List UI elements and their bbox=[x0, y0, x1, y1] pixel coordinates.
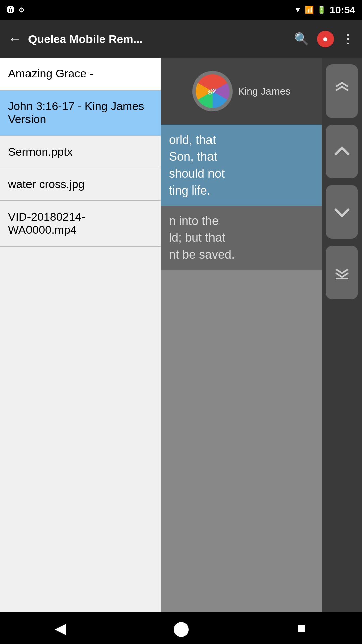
bible-verse-inactive[interactable]: n into the ld; but that nt be saved. bbox=[161, 206, 322, 270]
wifi-icon: ▼ bbox=[294, 6, 301, 14]
double-down-icon bbox=[333, 263, 351, 282]
preview-area: ✏ King James orld, that Son, that should… bbox=[161, 58, 322, 612]
nav-home-button[interactable]: ⬤ bbox=[168, 614, 194, 641]
schedule-item-3[interactable]: water cross.jpg bbox=[0, 168, 161, 201]
status-bar-right: ▼ 📶 🔋 10:54 bbox=[294, 4, 355, 16]
double-up-icon bbox=[333, 82, 351, 101]
schedule-item-2[interactable]: Sermon.pptx bbox=[0, 136, 161, 168]
status-bar-left: 🅐 ⚙ bbox=[7, 5, 25, 15]
move-bottom-button[interactable] bbox=[326, 246, 358, 299]
bible-rest-area bbox=[161, 270, 322, 612]
move-top-button[interactable] bbox=[326, 64, 358, 118]
logo-background: ✏ bbox=[192, 71, 233, 111]
schedule-item-4[interactable]: VID-20180214-WA0000.mp4 bbox=[0, 201, 161, 247]
record-button[interactable]: ● bbox=[317, 31, 334, 47]
toolbar-icons: 🔍 ● ⋮ bbox=[294, 31, 354, 47]
signal-icon: 📶 bbox=[305, 6, 314, 14]
bible-text-area: orld, that Son, that should not ting lif… bbox=[161, 125, 322, 612]
app-toolbar: ← Quelea Mobile Rem... 🔍 ● ⋮ bbox=[0, 20, 362, 58]
bible-verse-active-text: orld, that Son, that should not ting lif… bbox=[169, 131, 314, 199]
preview-header: ✏ King James bbox=[161, 58, 322, 125]
bible-verse-inactive-text: n into the ld; but that nt be saved. bbox=[169, 213, 314, 263]
move-down-button[interactable] bbox=[326, 185, 358, 239]
nav-back-button[interactable]: ◀ bbox=[47, 614, 74, 641]
record-icon: ● bbox=[323, 34, 328, 44]
move-up-button[interactable] bbox=[326, 125, 358, 178]
app-logo: ✏ bbox=[196, 74, 229, 108]
status-bar: 🅐 ⚙ ▼ 📶 🔋 10:54 bbox=[0, 0, 362, 20]
battery-icon: 🔋 bbox=[317, 6, 326, 14]
up-arrow-icon bbox=[333, 142, 351, 161]
back-button[interactable]: ← bbox=[8, 32, 21, 47]
preview-label: King James bbox=[238, 86, 291, 97]
down-arrow-icon bbox=[333, 203, 351, 221]
control-buttons bbox=[322, 58, 362, 612]
pencil-icon: ✏ bbox=[204, 83, 220, 100]
main-content: Amazing Grace - John 3:16-17 - King Jame… bbox=[0, 58, 362, 612]
status-time: 10:54 bbox=[329, 4, 355, 16]
app-title: Quelea Mobile Rem... bbox=[28, 33, 287, 46]
bible-verse-active[interactable]: orld, that Son, that should not ting lif… bbox=[161, 125, 322, 206]
schedule-list: Amazing Grace - John 3:16-17 - King Jame… bbox=[0, 58, 161, 612]
nav-recents-button[interactable]: ■ bbox=[288, 614, 315, 641]
nav-bar: ◀ ⬤ ■ bbox=[0, 612, 362, 644]
schedule-item-1[interactable]: John 3:16-17 - King James Version bbox=[0, 90, 161, 136]
search-button[interactable]: 🔍 bbox=[294, 32, 309, 46]
settings-icon: ⚙ bbox=[19, 6, 25, 14]
more-button[interactable]: ⋮ bbox=[342, 32, 354, 46]
a-icon: 🅐 bbox=[7, 5, 15, 15]
schedule-item-0[interactable]: Amazing Grace - bbox=[0, 58, 161, 90]
